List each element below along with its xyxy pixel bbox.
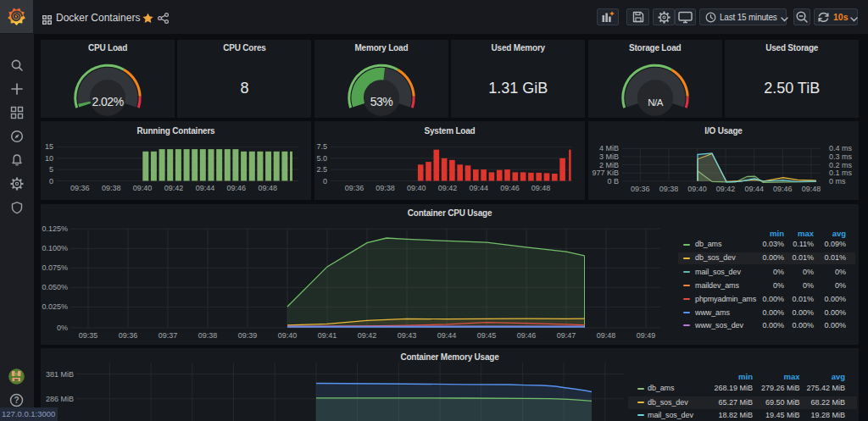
svg-text:09:39: 09:39 — [238, 331, 258, 340]
svg-text:0.100%: 0.100% — [42, 244, 68, 252]
svg-text:09:46: 09:46 — [517, 331, 537, 340]
svg-text:10: 10 — [45, 154, 53, 163]
svg-text:09:35: 09:35 — [79, 331, 98, 340]
svg-text:09:36: 09:36 — [631, 185, 650, 193]
svg-text:0: 0 — [49, 177, 53, 186]
svg-text:09:45: 09:45 — [477, 331, 497, 340]
svg-text:7.5: 7.5 — [316, 142, 327, 151]
svg-text:?: ? — [14, 396, 19, 405]
svg-text:09:38: 09:38 — [376, 184, 395, 192]
svg-text:09:44: 09:44 — [469, 184, 488, 192]
svg-text:09:36: 09:36 — [345, 184, 364, 192]
svg-text:09:46: 09:46 — [500, 184, 520, 192]
svg-text:4 MiB: 4 MiB — [599, 144, 619, 152]
svg-text:09:48: 09:48 — [258, 184, 277, 192]
svg-text:09:49: 09:49 — [637, 331, 656, 340]
svg-text:09:40: 09:40 — [133, 184, 153, 192]
svg-text:0: 0 — [323, 177, 327, 186]
svg-text:09:46: 09:46 — [227, 184, 247, 192]
svg-text:09:48: 09:48 — [597, 331, 616, 340]
svg-text:2.02%: 2.02% — [92, 95, 123, 108]
svg-text:2 MiB: 2 MiB — [599, 161, 619, 169]
svg-text:381 MiB: 381 MiB — [46, 370, 74, 379]
svg-text:09:40: 09:40 — [407, 184, 426, 192]
svg-text:09:44: 09:44 — [196, 184, 215, 192]
svg-text:15: 15 — [45, 142, 53, 151]
svg-text:09:43: 09:43 — [398, 331, 417, 340]
svg-text:0 ms: 0 ms — [829, 177, 846, 186]
svg-text:09:36: 09:36 — [70, 184, 90, 192]
svg-text:09:38: 09:38 — [102, 184, 121, 192]
svg-text:09:36: 09:36 — [119, 331, 138, 340]
svg-text:09:42: 09:42 — [358, 331, 377, 340]
svg-text:53%: 53% — [370, 95, 393, 108]
svg-text:09:40: 09:40 — [687, 185, 707, 193]
svg-text:0.1 ms: 0.1 ms — [829, 169, 853, 177]
svg-text:286 MiB: 286 MiB — [46, 395, 74, 403]
svg-text:09:48: 09:48 — [802, 185, 821, 193]
svg-text:0.2 ms: 0.2 ms — [829, 161, 853, 169]
svg-text:09:48: 09:48 — [531, 184, 551, 192]
svg-text:09:44: 09:44 — [744, 185, 764, 193]
svg-text:0.125%: 0.125% — [42, 224, 68, 233]
svg-text:09:42: 09:42 — [716, 185, 736, 193]
svg-text:09:38: 09:38 — [659, 185, 679, 193]
svg-text:0 B: 0 B — [607, 177, 619, 186]
svg-text:0.050%: 0.050% — [42, 283, 68, 291]
svg-text:2.5: 2.5 — [316, 165, 327, 174]
svg-text:0.075%: 0.075% — [42, 263, 68, 272]
svg-text:N/A: N/A — [648, 97, 664, 108]
svg-text:09:42: 09:42 — [164, 184, 184, 192]
svg-text:09:44: 09:44 — [437, 331, 457, 340]
svg-text:09:40: 09:40 — [278, 331, 298, 340]
svg-text:09:46: 09:46 — [773, 185, 793, 193]
svg-text:5: 5 — [49, 165, 53, 174]
svg-text:3 MiB: 3 MiB — [599, 152, 619, 161]
svg-text:977 KiB: 977 KiB — [592, 169, 619, 177]
svg-text:09:47: 09:47 — [557, 331, 576, 340]
svg-text:09:38: 09:38 — [198, 331, 218, 340]
svg-text:09:37: 09:37 — [159, 331, 178, 340]
svg-text:09:42: 09:42 — [438, 184, 458, 192]
svg-text:5.0: 5.0 — [316, 154, 327, 163]
svg-text:0.025%: 0.025% — [42, 302, 68, 311]
svg-text:0%: 0% — [57, 324, 68, 332]
svg-text:09:41: 09:41 — [318, 331, 337, 340]
svg-text:0.3 ms: 0.3 ms — [829, 152, 853, 161]
svg-text:0.4 ms: 0.4 ms — [829, 144, 853, 152]
